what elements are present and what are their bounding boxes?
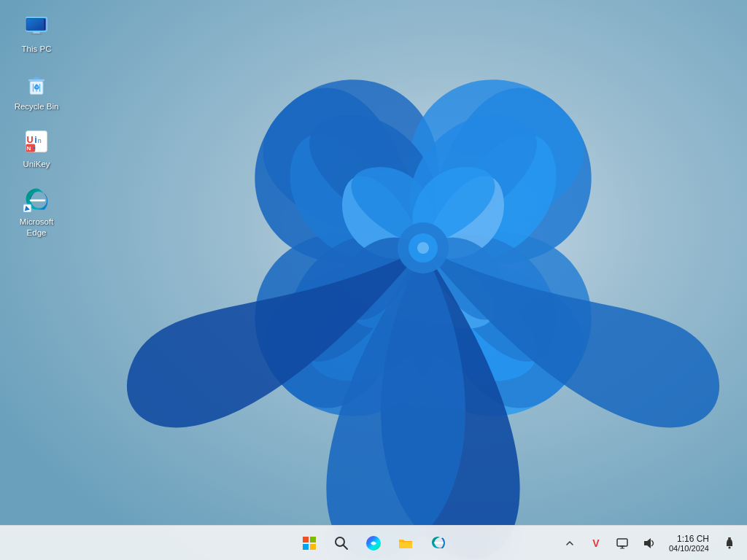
svg-point-5: [417, 242, 429, 254]
unikey-image: U i n N: [22, 127, 51, 156]
virus-protection-icon[interactable]: V: [584, 532, 608, 555]
clock[interactable]: 1:16 CH 04/10/2024: [663, 532, 715, 554]
unikey-label: UniKey: [23, 159, 50, 170]
svg-rect-17: [28, 79, 44, 82]
file-explorer-button[interactable]: [391, 529, 420, 558]
copilot-button[interactable]: [359, 529, 388, 558]
taskbar-edge-button[interactable]: [423, 529, 452, 558]
taskbar-right: V 1:16 CH 04/10/: [558, 532, 741, 555]
taskbar: V 1:16 CH 04/10/: [0, 525, 747, 560]
wallpaper: [0, 0, 747, 560]
svg-rect-12: [31, 34, 42, 35]
this-pc-image: [22, 12, 51, 41]
display-icon[interactable]: [611, 532, 634, 555]
microsoft-edge-image: [22, 184, 51, 214]
svg-rect-31: [310, 544, 316, 550]
recycle-bin-label: Recycle Bin: [15, 101, 59, 112]
svg-rect-30: [303, 544, 309, 550]
svg-text:♻: ♻: [34, 84, 39, 91]
svg-text:N: N: [27, 145, 31, 152]
recycle-bin-image: ♻: [22, 69, 51, 98]
notification-bell[interactable]: [718, 532, 741, 555]
svg-text:U: U: [27, 135, 34, 145]
this-pc-icon[interactable]: This PC: [7, 7, 66, 59]
svg-rect-18: [34, 77, 39, 79]
taskbar-center: [295, 529, 452, 558]
clock-date: 04/10/2024: [669, 544, 709, 553]
show-hidden-icons-button[interactable]: [558, 532, 581, 555]
microsoft-edge-label: Microsoft Edge: [10, 217, 63, 238]
search-button[interactable]: [327, 529, 356, 558]
svg-marker-40: [644, 538, 651, 548]
unikey-icon[interactable]: U i n N UniKey: [7, 122, 66, 174]
svg-rect-36: [617, 539, 627, 546]
svg-rect-42: [728, 537, 731, 539]
volume-icon[interactable]: [637, 532, 660, 555]
svg-rect-28: [303, 537, 309, 542]
svg-rect-29: [310, 537, 316, 542]
recycle-bin-icon[interactable]: ♻ Recycle Bin: [7, 65, 66, 117]
svg-rect-11: [34, 31, 40, 34]
svg-text:i: i: [34, 135, 37, 145]
desktop: This PC ♻ Recyc: [0, 0, 747, 560]
svg-rect-35: [399, 541, 412, 542]
microsoft-edge-icon[interactable]: Microsoft Edge: [7, 180, 66, 243]
svg-line-33: [344, 545, 348, 549]
svg-text:n: n: [38, 137, 42, 144]
start-button[interactable]: [295, 529, 324, 558]
this-pc-label: This PC: [22, 44, 52, 55]
clock-time: 1:16 CH: [677, 534, 709, 544]
svg-point-41: [729, 546, 731, 548]
desktop-icons: This PC ♻ Recyc: [7, 7, 66, 243]
svg-rect-10: [27, 19, 44, 29]
